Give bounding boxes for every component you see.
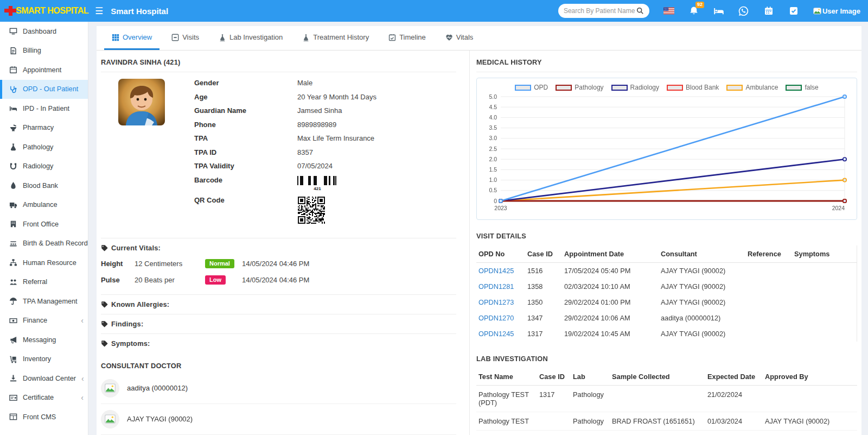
svg-text:3.0: 3.0 xyxy=(489,135,497,141)
barcode-label: Barcode xyxy=(194,176,297,191)
sidebar-item[interactable]: Dashboard ‹ xyxy=(0,22,88,41)
lab-investigation-table: Test Name Case ID Lab Sample Collected E… xyxy=(476,368,857,431)
hamburger-menu-icon[interactable]: ☰ xyxy=(95,5,103,17)
tab[interactable]: Vitals xyxy=(438,26,481,50)
field-label: Age xyxy=(194,93,297,101)
sidebar-item[interactable]: Birth & Death Record ‹ xyxy=(0,234,88,254)
tab-label: Visits xyxy=(182,33,199,41)
sidebar-item-label: Blood Bank xyxy=(23,182,58,190)
task-check-icon[interactable] xyxy=(788,5,799,16)
appointment-date-cell: 17/05/2024 05:40 PM xyxy=(562,263,659,279)
field-value: 20 Year 9 Month 14 Days xyxy=(297,93,376,101)
sidebar-item-icon xyxy=(9,124,17,132)
legend-label: Radiology xyxy=(630,84,659,91)
sidebar-item-icon xyxy=(9,104,17,112)
sidebar-item-icon xyxy=(9,143,17,151)
patient-history-panel: MEDICAL HISTORY OPD Pathology xyxy=(470,51,866,435)
user-menu[interactable]: User Image xyxy=(813,7,860,15)
visit-row: OPDN1281 1358 02/03/2024 10:10 AM AJAY T… xyxy=(476,279,857,294)
consultant-doctor-row[interactable]: AJAY TYAGI (90002) xyxy=(101,404,456,435)
sidebar-item[interactable]: Messaging ‹ xyxy=(0,330,88,350)
opd-no-link[interactable]: OPDN1273 xyxy=(476,294,525,310)
visit-row: OPDN1270 1347 29/02/2024 10:06 AM aadity… xyxy=(476,310,857,326)
test-name-cell: Pathology TEST (PDT) xyxy=(476,386,537,412)
notifications-bell-icon[interactable]: 92 xyxy=(688,5,699,16)
tab[interactable]: Visits xyxy=(164,26,207,50)
sidebar-item[interactable]: Pathology ‹ xyxy=(0,137,88,157)
patient-field-row: Phone 8989898989 xyxy=(194,121,456,129)
tab[interactable]: Treatment History xyxy=(295,26,376,50)
sidebar-item[interactable]: OPD - Out Patient ‹ xyxy=(0,80,88,99)
case-id-cell: 1317 xyxy=(525,326,562,342)
tab-icon xyxy=(445,34,453,41)
sidebar-item[interactable]: TPA Management ‹ xyxy=(0,292,88,311)
approved-by-cell: AJAY TYAGI (90002) xyxy=(763,412,857,431)
sidebar-item[interactable]: Certificate ‹ xyxy=(0,388,88,408)
medical-history-chart: OPD Pathology Radiology xyxy=(476,78,857,220)
sidebar-item[interactable]: Front Office ‹ xyxy=(0,215,88,234)
svg-text:3.5: 3.5 xyxy=(489,124,497,131)
legend-item[interactable]: Pathology xyxy=(556,84,603,91)
whatsapp-icon[interactable] xyxy=(738,5,749,16)
sidebar-item[interactable]: Human Resource ‹ xyxy=(0,253,88,273)
appointment-date-cell: 19/02/2024 10:45 AM xyxy=(562,326,659,342)
legend-item[interactable]: Radiology xyxy=(611,84,659,91)
sidebar-item[interactable]: Radiology ‹ xyxy=(0,157,88,176)
sidebar-item[interactable]: Front CMS ‹ xyxy=(0,407,88,427)
sidebar-item[interactable]: Appointment ‹ xyxy=(0,60,88,80)
app-logo[interactable]: SMART HOSPITAL xyxy=(0,0,88,22)
sidebar-item-icon xyxy=(9,162,17,171)
sidebar-item[interactable]: Inventory ‹ xyxy=(0,350,88,369)
sidebar-item[interactable]: Finance ‹ xyxy=(0,311,88,331)
sidebar-item-icon xyxy=(9,27,17,35)
patient-overview-panel: RAVINDRA SINHA (421) xyxy=(97,51,470,435)
top-header: SMART HOSPITAL ☰ Smart Hospital 92 User xyxy=(0,0,868,22)
reference-cell xyxy=(745,326,792,342)
legend-item[interactable]: Blood Bank xyxy=(667,84,719,91)
case-id-cell: 1350 xyxy=(525,294,562,310)
sidebar-item[interactable]: Blood Bank ‹ xyxy=(0,176,88,196)
visit-details-title: VISIT DETAILS xyxy=(476,232,857,240)
sidebar-item-label: IPD - In Patient xyxy=(23,105,69,112)
sidebar-item[interactable]: Billing ‹ xyxy=(0,41,88,61)
sidebar-item[interactable]: Ambulance ‹ xyxy=(0,196,88,215)
tab[interactable]: Overview xyxy=(104,26,159,50)
tab[interactable]: Timeline xyxy=(381,26,433,50)
legend-item[interactable]: false xyxy=(786,84,818,91)
opd-no-link[interactable]: OPDN1425 xyxy=(476,263,525,279)
bed-status-icon[interactable] xyxy=(713,5,724,16)
us-flag-icon[interactable] xyxy=(663,5,674,16)
search-input[interactable] xyxy=(564,7,636,15)
sidebar-item-label: Dashboard xyxy=(23,28,56,35)
sample-collected-cell: BRAD FROAST (1651651) xyxy=(610,412,705,431)
test-name-cell: Pathology TEST xyxy=(476,412,537,431)
column-header: Sample Collected xyxy=(610,368,705,386)
logo-text: SMART HOSPITAL xyxy=(16,6,88,16)
medical-history-title: MEDICAL HISTORY xyxy=(476,58,857,66)
sidebar-item-icon xyxy=(9,374,17,382)
svg-text:0: 0 xyxy=(494,198,497,204)
qr-label: QR Code xyxy=(194,196,297,224)
opd-no-link[interactable]: OPDN1281 xyxy=(476,279,525,294)
sidebar-item[interactable]: Download Center ‹ xyxy=(0,369,88,388)
opd-no-link[interactable]: OPDN1270 xyxy=(476,310,525,326)
search-icon[interactable] xyxy=(636,7,644,15)
legend-item[interactable]: OPD xyxy=(515,84,548,91)
reference-cell xyxy=(745,294,792,310)
consultant-doctor-row[interactable]: aaditya (00000012) xyxy=(101,373,456,404)
tab-icon xyxy=(219,34,226,41)
legend-swatch xyxy=(667,85,683,91)
opd-no-link[interactable]: OPDN1245 xyxy=(476,326,525,342)
sidebar-item[interactable]: IPD - In Patient ‹ xyxy=(0,99,88,118)
tab-label: Overview xyxy=(123,33,152,41)
tab-label: Treatment History xyxy=(313,33,369,41)
legend-label: Blood Bank xyxy=(686,84,719,91)
table-header-row: Test Name Case ID Lab Sample Collected E… xyxy=(476,368,857,386)
calendar-icon[interactable] xyxy=(763,5,774,16)
expected-date-cell: 21/02/2024 xyxy=(705,386,763,412)
case-id-cell: 1358 xyxy=(525,279,562,294)
sidebar-item[interactable]: Pharmacy ‹ xyxy=(0,118,88,138)
tab[interactable]: Lab Investigation xyxy=(211,26,290,50)
sidebar-item[interactable]: Referral ‹ xyxy=(0,273,88,292)
legend-item[interactable]: Ambulance xyxy=(726,84,778,91)
